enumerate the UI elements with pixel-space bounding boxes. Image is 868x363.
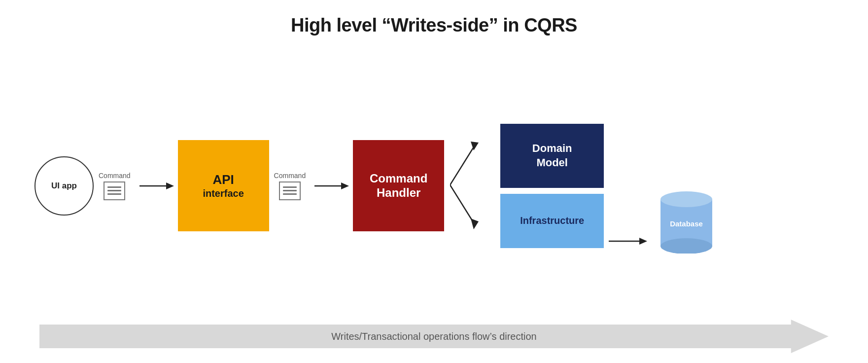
flow-direction-text: Writes/Transactional operations flow’s d…: [331, 331, 536, 342]
svg-text:Database: Database: [670, 219, 703, 228]
svg-line-4: [450, 145, 475, 185]
bottom-section: Writes/Transactional operations flow’s d…: [20, 320, 848, 353]
command-label-2: Command: [274, 172, 306, 180]
icon-line: [107, 190, 121, 191]
svg-marker-3: [341, 182, 349, 189]
arrow-ui-to-api: [139, 179, 174, 193]
ui-app-label: UI app: [51, 181, 77, 191]
svg-line-6: [450, 185, 475, 224]
page-title: High level “Writes-side” in CQRS: [291, 15, 577, 36]
diagram-area: UI app Command API interface Command: [20, 61, 848, 311]
api-interface-box: API interface: [178, 140, 269, 231]
icon-line: [107, 186, 121, 188]
right-column: Domain Model Infrastructure: [500, 124, 604, 248]
command-block-2: Command: [274, 172, 306, 200]
database-node: Database: [658, 189, 715, 256]
svg-marker-7: [471, 218, 479, 229]
command-label-1: Command: [99, 172, 131, 180]
command-icon-1: [104, 182, 125, 200]
domain-model-title: Domain Model: [532, 142, 572, 170]
handler-box-title: Command Handler: [370, 172, 427, 200]
icon-line: [107, 193, 121, 195]
svg-point-12: [660, 191, 712, 207]
icon-line: [283, 186, 297, 188]
svg-point-11: [660, 238, 712, 254]
api-box-title: API: [212, 172, 234, 187]
command-icon-2: [279, 182, 301, 200]
command-block-1: Command: [99, 172, 131, 200]
fan-arrows: [450, 116, 494, 256]
flow-arrow-shape: Writes/Transactional operations flow’s d…: [39, 320, 829, 353]
arrow-api-to-handler: [314, 179, 349, 193]
infra-box-title: Infrastructure: [520, 215, 584, 226]
infrastructure-box: Infrastructure: [500, 194, 604, 248]
svg-marker-9: [639, 238, 647, 245]
icon-line: [283, 190, 297, 191]
domain-model-box: Domain Model: [500, 124, 604, 188]
flow-arrow-container: Writes/Transactional operations flow’s d…: [39, 320, 829, 353]
icon-line: [283, 193, 297, 195]
arrow-infra-to-db: [609, 116, 648, 256]
command-handler-box: Command Handler: [353, 140, 444, 231]
svg-marker-1: [166, 182, 174, 189]
api-box-subtitle: interface: [203, 188, 243, 199]
ui-app-node: UI app: [35, 156, 94, 216]
